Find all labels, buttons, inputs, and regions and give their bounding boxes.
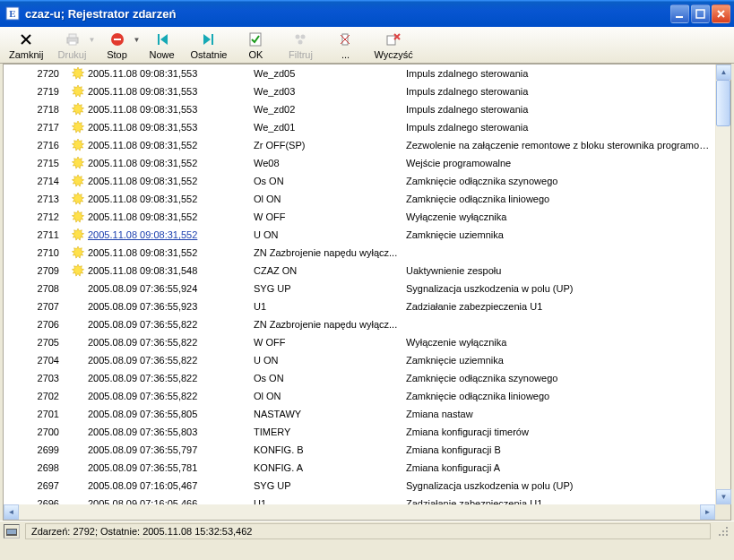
cell-nr: 2710: [4, 247, 66, 258]
cell-date: 2005.08.09 07:36:55,805: [66, 407, 250, 421]
cell-comment: Zmiana nastaw: [402, 409, 715, 419]
cell-name: We_zd01: [250, 122, 402, 133]
cell-date: 2005.11.08 09:08:31,552: [66, 174, 250, 188]
close-button[interactable]: [712, 4, 730, 23]
cell-name: Ol ON: [250, 194, 402, 204]
cell-nr: 2705: [4, 337, 66, 348]
table-row[interactable]: 27162005.11.08 09:08:31,552Zr OFF(SP)Zez…: [4, 136, 715, 154]
table-row[interactable]: 27022005.08.09 07:36:55,822Ol ONZamknięc…: [4, 387, 715, 405]
table-row[interactable]: 27172005.11.08 09:08:31,553We_zd01Impuls…: [4, 118, 715, 136]
table-row[interactable]: 27062005.08.09 07:36:55,822ZN Zazbrojeni…: [4, 315, 715, 333]
new-event-star-icon: [70, 281, 86, 296]
scroll-left-arrow-icon[interactable]: ◄: [4, 504, 19, 520]
table-row[interactable]: 27102005.11.08 09:08:31,552ZN Zazbrojeni…: [4, 244, 715, 262]
toolbar-last[interactable]: Ostatnie: [186, 29, 233, 62]
svg-point-32: [719, 534, 721, 536]
resize-grip-icon[interactable]: [716, 524, 730, 538]
cell-name: Os ON: [250, 373, 402, 383]
svg-marker-20: [72, 157, 83, 168]
cell-comment: Zmiana konfiguracji B: [402, 444, 715, 455]
table-row[interactable]: 27132005.11.08 09:08:31,552Ol ONZamknięc…: [4, 190, 715, 208]
cell-comment: Impuls zdalnego sterowania: [402, 86, 715, 97]
table-row[interactable]: 27012005.08.09 07:36:55,805NASTAWYZmiana…: [4, 405, 715, 423]
grid-body[interactable]: 27202005.11.08 09:08:31,553We_zd05Impuls…: [4, 65, 715, 504]
table-row[interactable]: 26962005.08.09 07:16:05,466U1Zadziałanie…: [4, 495, 715, 504]
new-event-star-icon: [70, 407, 86, 421]
new-event-star-icon: [70, 443, 86, 457]
titlebar: E czaz-u; Rejestrator zdarzeń: [0, 0, 734, 27]
cell-nr: 2697: [4, 480, 66, 491]
maximize-button[interactable]: [691, 4, 710, 23]
cell-nr: 2709: [4, 265, 66, 276]
table-row[interactable]: 27182005.11.08 09:08:31,553We_zd02Impuls…: [4, 100, 715, 118]
svg-point-33: [722, 534, 724, 536]
toolbar-print[interactable]: Drukuj ▼: [51, 29, 94, 62]
scroll-track[interactable]: [716, 80, 730, 489]
cell-nr: 2707: [4, 301, 66, 312]
table-row[interactable]: 26992005.08.09 07:36:55,797KONFIG. BZmia…: [4, 441, 715, 459]
scroll-thumb[interactable]: [716, 80, 730, 126]
cell-name: TIMERY: [250, 426, 402, 437]
new-event-star-icon: [70, 317, 86, 332]
cell-nr: 2698: [4, 462, 66, 473]
new-event-star-icon: [70, 210, 86, 224]
cell-comment: Impuls zdalnego sterowania: [402, 122, 715, 133]
cell-comment: Zamknięcie odłącznika szynowego: [402, 373, 715, 383]
horizontal-scrollbar[interactable]: ◄ ►: [4, 504, 715, 520]
table-row[interactable]: 26972005.08.09 07:16:05,467SYG UPSygnali…: [4, 477, 715, 495]
toolbar-more[interactable]: ...: [324, 29, 367, 62]
table-row[interactable]: 27032005.08.09 07:36:55,822Os ONZamknięc…: [4, 369, 715, 387]
table-row[interactable]: 27192005.11.08 09:08:31,553We_zd03Impuls…: [4, 82, 715, 100]
scroll-up-arrow-icon[interactable]: ▲: [716, 65, 731, 80]
cell-nr: 2717: [4, 122, 66, 133]
table-row[interactable]: 27122005.11.08 09:08:31,552W OFFWyłączen…: [4, 208, 715, 226]
cell-date: 2005.08.09 07:36:55,803: [66, 425, 250, 439]
cell-name: NASTAWY: [250, 409, 402, 419]
table-row[interactable]: 27052005.08.09 07:36:55,822W OFFWyłączen…: [4, 333, 715, 351]
cell-date: 2005.08.09 07:36:55,822: [66, 353, 250, 367]
svg-text:E: E: [9, 8, 15, 19]
scroll-down-arrow-icon[interactable]: ▼: [716, 489, 731, 504]
toolbar-clear[interactable]: Wyczyść: [368, 29, 418, 62]
cell-nr: 2716: [4, 140, 66, 151]
svg-marker-17: [72, 103, 83, 115]
cell-name: U ON: [250, 229, 402, 240]
cell-name: We_zd02: [250, 104, 402, 115]
svg-rect-6: [69, 41, 76, 45]
table-row[interactable]: 27082005.08.09 07:36:55,924SYG UPSygnali…: [4, 280, 715, 297]
new-event-star-icon: [70, 228, 86, 242]
new-event-star-icon: [70, 192, 86, 206]
toolbar-stop[interactable]: Stop ▼: [96, 29, 139, 62]
cell-name: U ON: [250, 355, 402, 366]
table-row[interactable]: 27002005.08.09 07:36:55,803TIMERYZmiana …: [4, 423, 715, 441]
cell-comment: Zadziałanie zabezpieczenia U1: [402, 301, 715, 312]
table-row[interactable]: 27112005.11.08 09:08:31,552U ONZamknięci…: [4, 226, 715, 244]
table-row[interactable]: 27202005.11.08 09:08:31,553We_zd05Impuls…: [4, 65, 715, 82]
table-row[interactable]: 26982005.08.09 07:36:55,781KONFIG. AZmia…: [4, 459, 715, 477]
cell-nr: 2706: [4, 319, 66, 330]
vertical-scrollbar[interactable]: ▲ ▼: [715, 65, 730, 504]
cell-name: U1: [250, 498, 402, 504]
cell-date: 2005.08.09 07:36:55,822: [66, 371, 250, 385]
new-event-star-icon: [70, 174, 86, 188]
toolbar-close[interactable]: Zamknij: [4, 29, 49, 62]
table-row[interactable]: 27142005.11.08 09:08:31,552Os ONZamknięc…: [4, 172, 715, 190]
table-row[interactable]: 27042005.08.09 07:36:55,822U ONZamknięci…: [4, 351, 715, 369]
toolbar-ok[interactable]: OK: [234, 29, 277, 62]
minimize-button[interactable]: [670, 4, 689, 23]
cell-nr: 2719: [4, 86, 66, 97]
table-row[interactable]: 27072005.08.09 07:36:55,923U1Zadziałanie…: [4, 297, 715, 315]
event-grid: Nr Data Nazwa Komentarz ▾ 27202005.11.08…: [3, 64, 731, 521]
toolbar-new[interactable]: Nowe: [141, 29, 184, 62]
status-text: Zdarzeń: 2792; Ostatnie: 2005.11.08 15:3…: [25, 523, 711, 539]
cell-date: 2005.08.09 07:16:05,467: [66, 478, 250, 493]
table-row[interactable]: 27152005.11.08 09:08:31,552We08Wejście p…: [4, 154, 715, 172]
svg-marker-16: [72, 85, 83, 97]
table-row[interactable]: 27092005.11.08 09:08:31,548CZAZ ONUaktyw…: [4, 262, 715, 280]
toolbar-filter[interactable]: Filtruj: [279, 29, 322, 62]
cell-date: 2005.08.09 07:36:55,923: [66, 299, 250, 314]
svg-marker-25: [72, 246, 83, 258]
scroll-right-arrow-icon[interactable]: ►: [700, 504, 715, 520]
cell-nr: 2720: [4, 68, 66, 79]
cell-date: 2005.11.08 09:08:31,553: [66, 84, 250, 99]
